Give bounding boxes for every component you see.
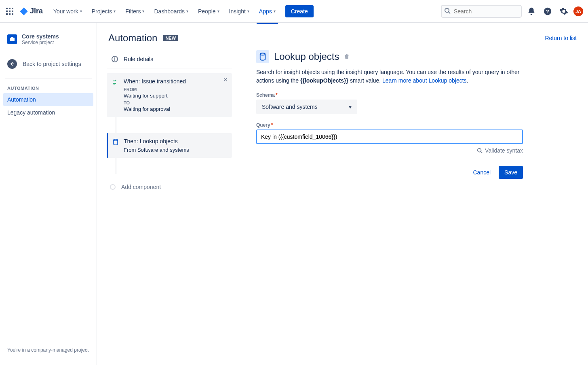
section-label: AUTOMATION <box>3 83 93 93</box>
chevron-down-icon: ▾ <box>217 9 219 13</box>
cancel-button[interactable]: Cancel <box>468 166 495 179</box>
svg-rect-14 <box>11 37 13 38</box>
jira-logo[interactable]: Jira <box>19 7 43 16</box>
learn-more-link[interactable]: Learn more about Lookup objects <box>382 77 467 84</box>
chevron-down-icon: ▾ <box>186 9 188 13</box>
avatar[interactable]: JA <box>573 6 583 16</box>
main: Automation NEW Return to list i Rule det… <box>97 23 588 365</box>
query-label: Query* <box>256 122 523 128</box>
svg-line-18 <box>481 152 483 153</box>
rule-details[interactable]: i Rule details <box>107 50 232 68</box>
action-title: Then: Lookup objects <box>124 138 226 144</box>
project-type: Service project <box>22 40 59 45</box>
svg-rect-8 <box>12 13 13 15</box>
rule-panel: i Rule details ✕ When: Issue transitione… <box>107 50 232 205</box>
project-footer: You're in a company-managed project <box>3 343 93 357</box>
sidebar-item-automation[interactable]: Automation <box>3 93 93 106</box>
detail-panel: Lookup objects Search for insight object… <box>232 50 531 205</box>
nav-people[interactable]: People▾ <box>194 6 223 17</box>
info-icon: i <box>112 56 118 62</box>
timeline-connector <box>116 158 116 174</box>
nav-filters[interactable]: Filters▾ <box>121 6 148 17</box>
chevron-down-icon: ▾ <box>349 104 352 110</box>
svg-point-16 <box>260 53 266 55</box>
trash-icon[interactable] <box>344 53 350 60</box>
validate-syntax[interactable]: Validate syntax <box>477 147 523 154</box>
project-icon <box>7 34 17 44</box>
database-icon <box>112 139 119 145</box>
search-input[interactable] <box>441 5 522 18</box>
nav-projects[interactable]: Projects▾ <box>88 6 120 17</box>
help-icon[interactable]: ? <box>541 5 554 18</box>
svg-point-15 <box>114 139 118 141</box>
chevron-down-icon: ▾ <box>142 9 144 13</box>
nav-apps[interactable]: Apps▾ <box>255 6 280 17</box>
nav-your-work[interactable]: Your work▾ <box>49 6 86 17</box>
page-title: Automation <box>108 32 157 44</box>
divider <box>5 78 92 79</box>
svg-line-10 <box>449 12 450 13</box>
timeline-connector <box>116 117 116 133</box>
action-card[interactable]: Then: Lookup objects From Software and s… <box>107 133 232 158</box>
add-circle-icon <box>110 184 116 190</box>
svg-rect-5 <box>12 11 13 12</box>
sidebar: Core systems Service project Back to pro… <box>0 23 97 365</box>
chevron-down-icon: ▾ <box>274 9 276 13</box>
jira-logo-text: Jira <box>30 7 43 15</box>
chevron-down-icon: ▾ <box>80 9 82 13</box>
new-badge: NEW <box>163 35 178 41</box>
close-icon[interactable]: ✕ <box>223 76 228 83</box>
svg-rect-3 <box>6 11 8 12</box>
search-icon <box>444 7 451 15</box>
back-to-settings[interactable]: Back to project settings <box>3 55 93 73</box>
svg-point-17 <box>478 149 481 152</box>
svg-point-9 <box>445 8 449 12</box>
project-header[interactable]: Core systems Service project <box>3 31 93 48</box>
topbar: Jira Your work▾ Projects▾ Filters▾ Dashb… <box>0 0 588 23</box>
search-box <box>441 5 522 18</box>
schema-label: Schema* <box>256 92 523 98</box>
nav-insight[interactable]: Insight▾ <box>225 6 253 17</box>
back-arrow-icon <box>7 59 17 69</box>
nav-dashboards[interactable]: Dashboards▾ <box>150 6 192 17</box>
schema-select[interactable]: Software and systems ▾ <box>256 100 357 114</box>
svg-rect-1 <box>9 8 11 9</box>
save-button[interactable]: Save <box>499 166 523 179</box>
app-switcher-icon[interactable] <box>5 6 15 16</box>
chevron-down-icon: ▾ <box>114 9 116 13</box>
sidebar-item-legacy[interactable]: Legacy automation <box>3 106 93 119</box>
create-button[interactable]: Create <box>285 5 314 17</box>
svg-rect-13 <box>10 38 15 41</box>
notifications-icon[interactable] <box>525 5 538 18</box>
detail-title: Lookup objects <box>274 51 339 62</box>
detail-icon <box>256 50 269 63</box>
transition-icon <box>112 79 119 85</box>
svg-rect-4 <box>9 11 11 12</box>
chevron-down-icon: ▾ <box>247 9 249 13</box>
svg-rect-7 <box>9 13 11 15</box>
detail-description: Search for insight objects using the ins… <box>256 68 523 85</box>
return-to-list[interactable]: Return to list <box>545 35 577 41</box>
settings-icon[interactable] <box>557 5 570 18</box>
project-name: Core systems <box>22 33 59 40</box>
trigger-card[interactable]: ✕ When: Issue transitioned FROM Waiting … <box>107 73 232 117</box>
svg-rect-2 <box>12 8 13 9</box>
svg-rect-6 <box>6 13 8 15</box>
svg-rect-0 <box>6 8 8 9</box>
query-input[interactable] <box>256 129 523 144</box>
add-component[interactable]: Add component <box>107 179 232 195</box>
trigger-title: When: Issue transitioned <box>124 78 226 85</box>
svg-text:?: ? <box>546 8 549 14</box>
